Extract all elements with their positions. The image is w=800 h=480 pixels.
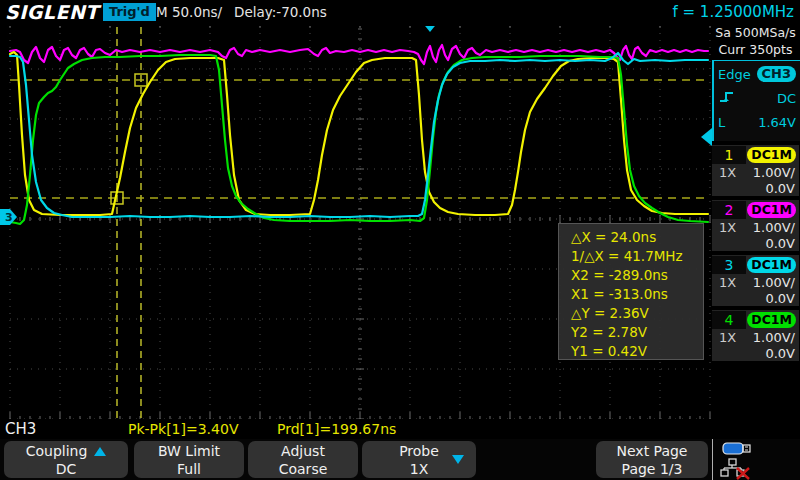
channel2-scale: 1.00V/: [753, 220, 795, 236]
channel3-probe: 1X: [719, 275, 736, 291]
channel1-scale: 1.00V/: [753, 165, 795, 181]
active-channel-label: CH3: [5, 420, 36, 438]
cursor-y1: Y1 = 0.42V: [571, 342, 703, 361]
bw-limit-button-value: Full: [134, 460, 244, 478]
channel3-number: 3: [712, 256, 746, 274]
probe-button[interactable]: Probe 1X: [362, 441, 476, 478]
down-arrow-icon: [452, 455, 464, 464]
channel2-probe: 1X: [719, 220, 736, 236]
brand-logo: SIGLENT: [5, 1, 99, 23]
channel4-number: 4: [712, 311, 746, 329]
peripheral-icons: [712, 439, 800, 480]
cursor-inv-dx: 1/△X = 41.7MHz: [571, 247, 703, 266]
channel2-box[interactable]: 2 DC1M 1X 1.00V/ 0.0V: [712, 200, 799, 251]
frequency-counter: f = 1.25000MHz: [672, 3, 794, 21]
channel1-coupling-badge: DC1M: [747, 147, 796, 163]
trigger-level-value: 1.64V: [758, 115, 796, 130]
timebase-readout[interactable]: M 50.0ns/: [156, 4, 222, 20]
channel3-coupling-badge: DC1M: [747, 257, 796, 273]
adjust-button[interactable]: Adjust Coarse: [248, 441, 358, 478]
channel1-probe: 1X: [719, 165, 736, 181]
coupling-button-value: DC: [4, 460, 128, 478]
channel2-coupling-badge: DC1M: [747, 202, 796, 218]
next-page-button[interactable]: Next Page Page 1/3: [596, 441, 708, 478]
channel4-probe: 1X: [719, 330, 736, 346]
coupling-button-label: Coupling: [26, 443, 88, 459]
usb-lan-icons: [713, 439, 800, 480]
bw-limit-button[interactable]: BW Limit Full: [134, 441, 244, 478]
cursor-dy: △Y = 2.36V: [571, 304, 703, 323]
trigger-panel[interactable]: Edge CH3 DC L 1.64V: [712, 60, 800, 141]
channel2-number: 2: [712, 201, 746, 219]
delay-readout[interactable]: Delay:-70.0ns: [234, 4, 327, 20]
trigger-type: Edge: [718, 67, 751, 82]
next-page-button-label: Next Page: [596, 442, 708, 460]
channel4-scale: 1.00V/: [753, 330, 795, 346]
lan-disconnected-icon: [721, 459, 749, 479]
measurement-period: Prd[1]=199.67ns: [277, 421, 396, 437]
trigger-level-label: L: [718, 115, 725, 130]
adjust-button-value: Coarse: [248, 460, 358, 478]
usb-icon: [723, 443, 750, 454]
memory-depth: Curr 350pts: [711, 41, 800, 58]
coupling-button[interactable]: Coupling DC: [4, 441, 128, 478]
cursor-x2: X2 = -289.0ns: [571, 266, 703, 285]
next-page-button-value: Page 1/3: [596, 460, 708, 478]
top-info-bar: SIGLENT Trig'd M 50.0ns/ Delay:-70.0ns f…: [0, 0, 800, 26]
trigger-status-badge: Trig'd: [103, 3, 156, 21]
channel1-box[interactable]: 1 DC1M 1X 1.00V/ 0.0V: [712, 145, 799, 196]
channel4-offset: 0.0V: [712, 346, 799, 361]
cursor-dx: △X = 24.0ns: [571, 228, 703, 247]
status-bar: CH3 Pk-Pk[1]=3.40V Prd[1]=199.67ns: [0, 419, 711, 439]
channel4-box[interactable]: 4 DC1M 1X 1.00V/ 0.0V: [712, 310, 799, 361]
svg-text:3: 3: [5, 211, 13, 224]
channel3-scale: 1.00V/: [753, 275, 795, 291]
measurement-pkpk: Pk-Pk[1]=3.40V: [128, 421, 238, 437]
channel2-offset: 0.0V: [712, 236, 799, 251]
right-sidebar: Sa 500MSa/s Curr 350pts Edge CH3 DC L 1.…: [711, 24, 800, 420]
cursor-y2: Y2 = 2.78V: [571, 323, 703, 342]
sample-rate: Sa 500MSa/s: [711, 24, 800, 41]
trigger-coupling: DC: [777, 91, 796, 106]
cursor-x1: X1 = -313.0ns: [571, 285, 703, 304]
rising-edge-icon: [718, 89, 736, 108]
channel3-box[interactable]: 3 DC1M 1X 1.00V/ 0.0V: [712, 255, 799, 306]
channel1-number: 1: [712, 146, 746, 164]
adjust-button-label: Adjust: [248, 442, 358, 460]
softkey-menu-bar: Coupling DC BW Limit Full Adjust Coarse …: [0, 439, 800, 480]
oscilloscope-screen: 3 SIGLENT Trig'd M 50.0ns/ Delay:-70.0ns…: [0, 0, 800, 480]
trigger-source-badge: CH3: [757, 66, 796, 82]
channel1-offset: 0.0V: [712, 181, 799, 196]
cursor-readout-panel: △X = 24.0ns 1/△X = 41.7MHz X2 = -289.0ns…: [558, 223, 704, 360]
ch1-trace: [10, 52, 708, 215]
up-arrow-icon: [94, 447, 106, 456]
channel4-coupling-badge: DC1M: [747, 312, 796, 328]
bw-limit-button-label: BW Limit: [134, 442, 244, 460]
channel3-offset: 0.0V: [712, 291, 799, 306]
